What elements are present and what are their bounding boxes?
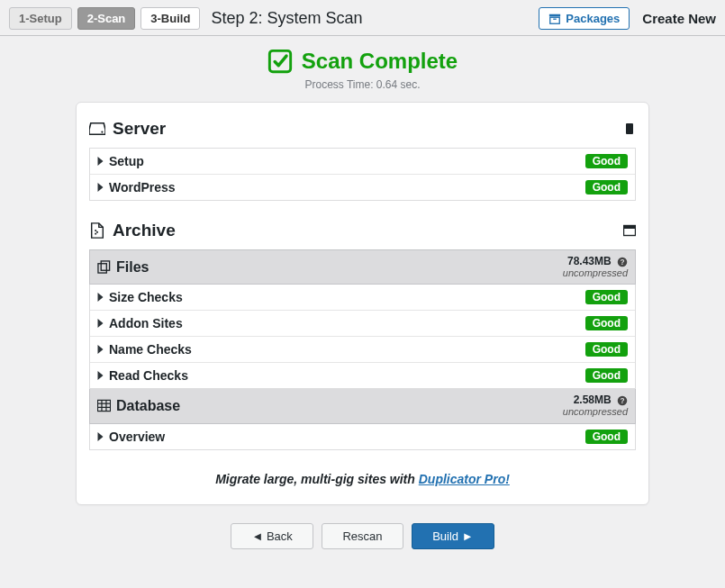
promo-text: Migrate large, multi-gig sites with Dupl…	[89, 472, 636, 486]
archive-icon	[548, 13, 561, 25]
item-label: Name Checks	[109, 342, 192, 357]
check-square-icon	[267, 49, 293, 74]
server-title: Server	[113, 119, 166, 139]
svg-rect-8	[95, 233, 96, 235]
archive-title: Archive	[113, 221, 176, 240]
scan-status: Scan Complete Process Time: 0.64 sec.	[0, 49, 725, 91]
database-title: Database	[116, 398, 180, 414]
svg-rect-7	[96, 231, 98, 233]
server-items: Setup Good WordPress Good	[89, 148, 636, 201]
item-label: Read Checks	[109, 368, 188, 383]
caret-right-icon	[97, 183, 104, 192]
item-label: WordPress	[109, 180, 176, 194]
step-1-setup[interactable]: 1-Setup	[9, 7, 72, 30]
svg-text:?: ?	[620, 258, 624, 267]
step-2-scan[interactable]: 2-Scan	[77, 7, 136, 30]
svg-rect-5	[626, 123, 633, 134]
help-icon[interactable]: ?	[617, 257, 628, 267]
caret-right-icon	[97, 319, 104, 328]
status-badge: Good	[585, 342, 628, 357]
scan-title: Scan Complete	[302, 49, 458, 74]
packages-label: Packages	[566, 12, 620, 25]
results-panel: Server Setup Good WordPress Good Archive…	[76, 102, 649, 505]
top-bar: 1-Setup 2-Scan 3-Build Step 2: System Sc…	[0, 0, 725, 36]
item-label: Overview	[109, 430, 165, 444]
step-title: Step 2: System Scan	[211, 9, 362, 28]
files-subheader: Files 78.43MB ? uncompressed	[89, 249, 636, 285]
caret-right-icon	[97, 345, 104, 354]
item-label: Addon Sites	[109, 316, 183, 330]
back-button[interactable]: ◄ Back	[231, 523, 313, 549]
caret-right-icon	[97, 432, 104, 441]
caret-right-icon	[97, 293, 104, 302]
caret-right-icon	[97, 371, 104, 380]
files-items: Size Checks Good Addon Sites Good Name C…	[89, 285, 636, 389]
svg-rect-2	[554, 18, 557, 19]
files-item-addon[interactable]: Addon Sites Good	[90, 310, 635, 336]
files-item-read[interactable]: Read Checks Good	[90, 362, 635, 388]
svg-rect-1	[550, 17, 560, 23]
files-compression: uncompressed	[563, 267, 628, 278]
archive-section-header: Archive	[89, 221, 636, 240]
status-badge: Good	[585, 368, 628, 383]
footer-buttons: ◄ Back Rescan Build ►	[0, 523, 725, 549]
file-archive-icon	[89, 222, 105, 239]
step-3-build[interactable]: 3-Build	[140, 7, 200, 30]
status-badge: Good	[585, 290, 628, 304]
duplicator-pro-link[interactable]: Duplicator Pro!	[419, 472, 510, 486]
create-new-label[interactable]: Create New	[642, 11, 716, 26]
scan-subtitle: Process Time: 0.64 sec.	[0, 78, 725, 91]
svg-rect-10	[624, 226, 636, 230]
files-item-name[interactable]: Name Checks Good	[90, 336, 635, 362]
svg-rect-0	[549, 14, 560, 16]
svg-rect-6	[95, 230, 96, 231]
rescan-button[interactable]: Rescan	[322, 523, 403, 549]
status-badge: Good	[585, 154, 628, 168]
copy-icon	[97, 260, 111, 274]
status-badge: Good	[585, 316, 628, 330]
files-size: 78.43MB	[567, 255, 612, 267]
files-item-size[interactable]: Size Checks Good	[90, 285, 635, 310]
build-button[interactable]: Build ►	[412, 523, 494, 549]
svg-rect-11	[98, 264, 106, 273]
hdd-icon	[89, 121, 105, 137]
window-icon	[623, 224, 636, 237]
status-badge: Good	[585, 430, 628, 444]
svg-point-4	[101, 131, 103, 133]
database-items: Overview Good	[89, 424, 636, 450]
table-icon	[97, 399, 111, 412]
svg-rect-12	[101, 261, 109, 270]
packages-button[interactable]: Packages	[539, 7, 630, 30]
item-label: Size Checks	[109, 290, 183, 304]
status-badge: Good	[585, 180, 628, 194]
database-subheader: Database 2.58MB ? uncompressed	[89, 389, 636, 423]
database-compression: uncompressed	[563, 406, 628, 417]
files-title: Files	[116, 259, 149, 276]
caret-right-icon	[97, 157, 104, 166]
item-label: Setup	[109, 154, 144, 168]
server-status-icon	[623, 122, 636, 135]
server-section-header: Server	[89, 119, 636, 139]
help-icon[interactable]: ?	[617, 395, 628, 406]
database-size: 2.58MB	[574, 394, 612, 406]
svg-text:?: ?	[620, 397, 624, 405]
svg-rect-15	[97, 401, 110, 412]
server-item-setup[interactable]: Setup Good	[90, 149, 635, 174]
server-item-wordpress[interactable]: WordPress Good	[90, 174, 635, 200]
database-item-overview[interactable]: Overview Good	[90, 424, 635, 449]
